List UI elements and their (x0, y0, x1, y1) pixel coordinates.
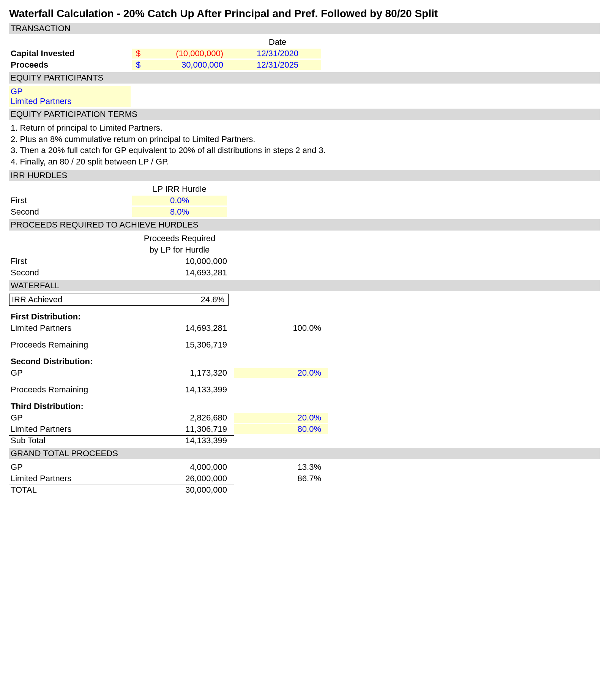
proceeds-date: 12/31/2025 (234, 60, 321, 70)
proceeds-req-first-value: 10,000,000 (132, 256, 234, 266)
dist1-lp-label: Limited Partners (9, 323, 132, 333)
subtotal-value: 14,133,399 (132, 435, 234, 446)
section-waterfall: WATERFALL (9, 280, 600, 291)
gt-lp-amount: 26,000,000 (132, 474, 234, 484)
dist3-gp-label: GP (9, 413, 132, 423)
section-proceeds-required: PROCEEDS REQUIRED TO ACHIEVE HURDLES (9, 219, 600, 231)
section-grand-total: GRAND TOTAL PROCEEDS (9, 448, 600, 459)
term-3: 3. Then a 20% full catch for GP equivale… (11, 145, 600, 156)
hurdle-second-value: 8.0% (132, 207, 227, 217)
dist1-lp-pct: 100.0% (234, 323, 328, 333)
remain2-value: 14,133,399 (132, 385, 234, 395)
capital-currency-symbol: $ (136, 49, 140, 58)
proceeds-req-second-label: Second (9, 268, 132, 278)
gt-total-amount: 30,000,000 (132, 485, 234, 495)
hurdle-first-value: 0.0% (132, 196, 227, 205)
dist3-lp-pct: 80.0% (234, 424, 328, 434)
term-1: 1. Return of principal to Limited Partne… (11, 122, 600, 134)
dist2-title: Second Distribution: (9, 357, 132, 367)
dist3-title: Third Distribution: (9, 401, 132, 411)
subtotal-label: Sub Total (9, 435, 132, 446)
dist3-gp-pct: 20.0% (234, 413, 328, 423)
dist2-gp-label: GP (9, 368, 132, 378)
remain2-label: Proceeds Remaining (9, 385, 132, 395)
proceeds-req-second-value: 14,693,281 (132, 268, 234, 278)
hurdle-first-label: First (9, 196, 132, 205)
hurdle-header: LP IRR Hurdle (132, 184, 227, 194)
capital-invested-label: Capital Invested (9, 49, 132, 58)
date-header: Date (234, 37, 321, 47)
proceeds-req-header-2: by LP for Hurdle (132, 245, 227, 255)
proceeds-currency-symbol: $ (136, 60, 140, 70)
term-2: 2. Plus an 8% cummulative return on prin… (11, 134, 600, 145)
remain1-label: Proceeds Remaining (9, 340, 132, 350)
dist1-title: First Distribution: (9, 312, 132, 322)
participant-lp: Limited Partners (9, 96, 131, 107)
remain1-value: 15,306,719 (132, 340, 234, 350)
section-hurdles: IRR HURDLES (9, 170, 600, 181)
participant-gp: GP (9, 86, 131, 96)
gt-gp-pct: 13.3% (234, 462, 328, 472)
section-participants: EQUITY PARTICIPANTS (9, 72, 600, 84)
gt-lp-pct: 86.7% (234, 474, 328, 484)
dist2-gp-pct: 20.0% (234, 368, 328, 378)
proceeds-req-header-1: Proceeds Required (132, 234, 227, 243)
term-4: 4. Finally, an 80 / 20 split between LP … (11, 156, 600, 167)
page-title: Waterfall Calculation - 20% Catch Up Aft… (9, 8, 600, 20)
irr-achieved-value: 24.6% (201, 295, 224, 305)
dist2-gp-amount: 1,173,320 (132, 368, 234, 378)
proceeds-amount: 30,000,000 (181, 60, 223, 70)
proceeds-req-first-label: First (9, 256, 132, 266)
dist1-lp-amount: 14,693,281 (132, 323, 234, 333)
hurdle-second-label: Second (9, 207, 132, 217)
gt-gp-amount: 4,000,000 (132, 462, 234, 472)
irr-achieved-label: IRR Achieved (12, 295, 62, 305)
capital-amount: (10,000,000) (176, 49, 223, 58)
section-transaction: TRANSACTION (9, 23, 600, 34)
dist3-lp-label: Limited Partners (9, 424, 132, 434)
gt-total-label: TOTAL (9, 485, 132, 495)
capital-date: 12/31/2020 (234, 49, 321, 58)
section-terms: EQUITY PARTICIPATION TERMS (9, 109, 600, 120)
dist3-gp-amount: 2,826,680 (132, 413, 234, 423)
gt-lp-label: Limited Partners (9, 474, 132, 484)
gt-gp-label: GP (9, 462, 132, 472)
proceeds-label: Proceeds (9, 60, 132, 70)
dist3-lp-amount: 11,306,719 (132, 424, 234, 434)
